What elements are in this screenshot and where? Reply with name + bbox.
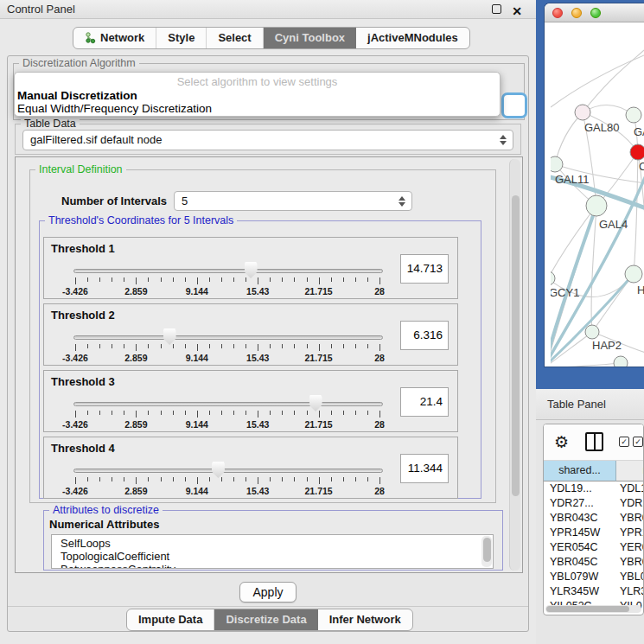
tab-network-label: Network (100, 28, 144, 48)
network-window-titlebar[interactable] (545, 3, 644, 22)
network-edge[interactable] (634, 152, 638, 274)
tab-network[interactable]: Network (73, 28, 156, 48)
network-edge[interactable] (551, 332, 592, 367)
network-node-partial-node[interactable] (614, 356, 628, 367)
attribute-list-item[interactable]: BetweennessCentrality (61, 563, 493, 569)
threshold-4-value-field[interactable]: 11.344 (400, 454, 449, 483)
cell-name[interactable]: YDL1 (616, 481, 644, 496)
threshold-3-value-field[interactable]: 21.4 (400, 387, 449, 417)
network-node-red-node[interactable] (630, 144, 644, 160)
checkbox-icon[interactable]: ✓ (619, 437, 629, 447)
table-row[interactable]: YBL079WYBL0 (544, 570, 644, 584)
threshold-2-value-field[interactable]: 6.316 (400, 321, 449, 350)
table-row[interactable]: YER054CYER0 (544, 540, 644, 555)
cell-shared-name[interactable]: YBR045C (544, 555, 616, 570)
cell-shared-name[interactable]: YBR043C (544, 511, 616, 526)
scale-tick-label: 28 (374, 353, 385, 363)
cell-shared-name[interactable]: YDR27... (544, 496, 616, 511)
float-window-icon[interactable] (492, 4, 501, 14)
tick-mark (331, 411, 332, 415)
number-of-intervals-combobox[interactable]: 5 (174, 191, 412, 211)
cell-name[interactable]: YDR2 (616, 496, 644, 511)
network-edge[interactable] (591, 206, 596, 332)
tab-discretize-data[interactable]: Discretize Data (214, 609, 317, 630)
threshold-4-scale-labels: -3.4262.8599.14415.4321.71528 (75, 486, 379, 496)
node-label-hap2: HAP2 (592, 339, 622, 352)
attribute-list-item[interactable]: TopologicalCoefficient (61, 550, 493, 563)
tab-impute-data[interactable]: Impute Data (127, 609, 214, 630)
threshold-3-slider-thumb[interactable] (309, 395, 322, 411)
split-columns-icon[interactable] (585, 432, 603, 451)
apply-button[interactable]: Apply (239, 582, 296, 603)
column-header-name[interactable]: na (616, 461, 644, 481)
numerical-attributes-list[interactable]: SelfLoopsTopologicalCoefficientBetweenne… (51, 534, 494, 569)
column-header-shared-name[interactable]: shared... (544, 461, 616, 481)
cell-shared-name[interactable]: YBL079W (544, 570, 616, 584)
threshold-4-slider-thumb[interactable] (212, 462, 225, 478)
tab-select[interactable]: Select (207, 28, 263, 48)
cell-shared-name[interactable]: YPR145W (544, 526, 616, 540)
tab-infer-network-label: Infer Network (329, 609, 401, 630)
tick-mark (319, 411, 320, 418)
cell-name[interactable]: YLR3 (616, 584, 644, 599)
cell-name[interactable]: YBR0 (616, 511, 644, 526)
threshold-1-slider-track[interactable] (73, 269, 383, 273)
popup-item-equal-width-frequency[interactable]: Equal Width/Frequency Discretization (15, 102, 500, 115)
cell-name[interactable]: YPR1 (616, 526, 644, 540)
table-row[interactable]: YDL19...YDL1 (544, 481, 644, 496)
table-row[interactable]: YBR043CYBR0 (544, 511, 644, 526)
attributes-list-scrollbar[interactable] (481, 536, 492, 567)
scrollbar-thumb[interactable] (546, 606, 629, 612)
scrollbar-thumb[interactable] (483, 538, 491, 562)
threshold-2-slider-track[interactable] (73, 335, 383, 340)
attributes-group-title: Attributes to discretize (49, 504, 163, 516)
network-edge[interactable] (551, 55, 644, 107)
algorithm-combobox[interactable] (501, 92, 527, 118)
popup-item-manual-discretization[interactable]: Manual Discretization (15, 89, 500, 102)
network-node-h-node[interactable] (625, 265, 642, 283)
table-row[interactable]: YDR27...YDR2 (544, 496, 644, 511)
network-node-gal4[interactable] (586, 195, 607, 216)
threshold-2-slider-thumb[interactable] (163, 328, 176, 345)
network-canvas[interactable]: GAL80GACGAL11GAL4GCY1HHAP2 (551, 24, 644, 367)
threshold-4-box: Threshold 4 -3.4262.8599.14415.4321.7152… (43, 437, 458, 499)
cell-name[interactable]: YER0 (616, 540, 644, 555)
table-row[interactable]: YBR045CYBR0 (544, 555, 644, 570)
table-row[interactable]: YLR345WYLR3 (544, 584, 644, 599)
panel-vertical-scrollbar[interactable] (509, 159, 520, 571)
scrollbar-thumb[interactable] (512, 195, 520, 496)
network-node-hap2[interactable] (585, 325, 599, 339)
threshold-1-value-field[interactable]: 14.713 (400, 254, 449, 284)
tick-mark (355, 477, 356, 481)
threshold-1-slider-thumb[interactable] (245, 262, 258, 278)
mac-close-icon[interactable] (552, 8, 563, 18)
network-edge[interactable] (555, 112, 583, 164)
cell-name[interactable]: YBR0 (616, 555, 644, 570)
discretization-algorithm-title: Discretization Algorithm (19, 57, 139, 69)
table-data-combobox[interactable]: galFiltered.sif default node (22, 130, 513, 150)
cell-shared-name[interactable]: YLR345W (544, 584, 616, 599)
close-icon[interactable]: ✕ (512, 2, 522, 21)
table-horizontal-scrollbar[interactable] (545, 605, 641, 613)
tab-jactivemnodules[interactable]: jActiveMNodules (356, 28, 469, 48)
cell-name[interactable]: YBL0 (616, 570, 644, 584)
table-row[interactable]: YPR145WYPR1 (544, 526, 644, 540)
cell-shared-name[interactable]: YER054C (544, 540, 616, 555)
cell-shared-name[interactable]: YDL19... (544, 481, 616, 496)
tab-infer-network[interactable]: Infer Network (318, 609, 412, 630)
network-node-gal80[interactable] (575, 105, 590, 120)
tab-cyni-toolbox[interactable]: Cyni Toolbox (264, 28, 356, 48)
threshold-4-slider-track[interactable] (73, 469, 383, 473)
network-edge[interactable] (551, 363, 621, 367)
checkbox-icon[interactable]: ✓ (633, 437, 643, 447)
attribute-list-item[interactable]: SelfLoops (61, 537, 493, 550)
gear-icon[interactable]: ⚙ (554, 432, 569, 452)
tick-mark (245, 277, 246, 282)
threshold-3-slider-track[interactable] (73, 402, 383, 406)
network-node-gal11[interactable] (551, 156, 563, 172)
tick-mark (319, 477, 320, 484)
tab-style[interactable]: Style (156, 28, 207, 48)
network-node-gal-right[interactable] (626, 107, 641, 123)
mac-minimize-icon[interactable] (571, 8, 582, 18)
mac-zoom-icon[interactable] (590, 8, 601, 18)
